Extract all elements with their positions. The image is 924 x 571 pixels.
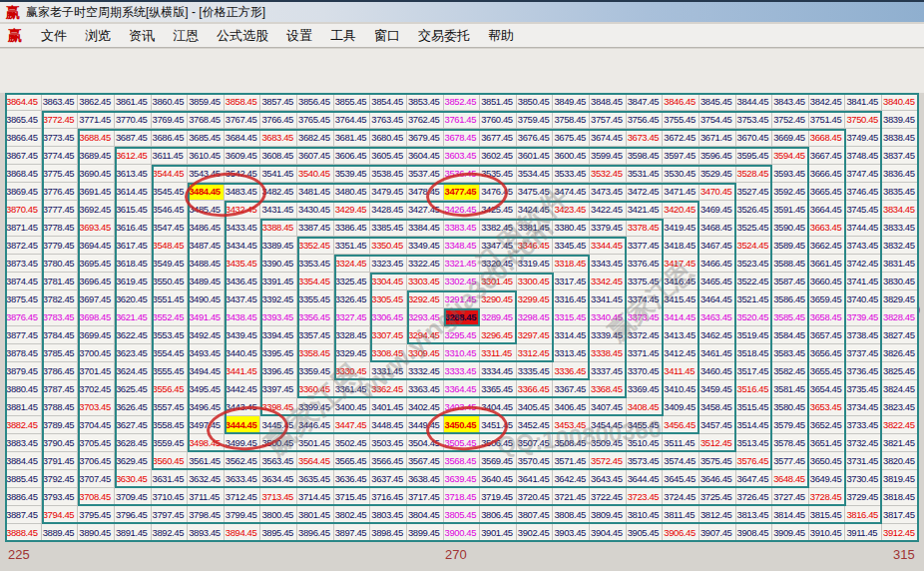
grid-cell: 3347.45 — [480, 237, 517, 255]
grid-cell: 3734.45 — [845, 398, 882, 416]
grid-cell: 3434.45 — [225, 237, 261, 255]
grid-cell: 3709.45 — [115, 488, 152, 506]
grid-cell: 3565.45 — [334, 452, 371, 470]
grid-cell: 3738.45 — [845, 326, 882, 344]
grid-cell: 3635.45 — [297, 470, 334, 488]
grid-cell: 3551.45 — [152, 290, 189, 308]
grid-cell: 3592.45 — [772, 183, 809, 201]
grid-cell: 3855.45 — [334, 93, 371, 111]
grid-cell: 3496.45 — [188, 398, 225, 416]
grid-cell: 3770.45 — [115, 111, 152, 129]
grid-cell: 3573.45 — [627, 452, 664, 470]
grid-cell: 3808.45 — [553, 506, 590, 524]
grid-cell: 3354.45 — [297, 273, 334, 290]
grid-cell: 3860.45 — [152, 93, 189, 111]
grid-cell: 3792.45 — [42, 470, 79, 488]
grid-cell: 3531.45 — [627, 165, 664, 183]
grid-cell: 3894.45 — [225, 524, 261, 542]
menu-item-3[interactable]: 江恩 — [164, 24, 208, 48]
grid-cell: 3457.45 — [699, 416, 736, 434]
grid-cell: 3559.45 — [152, 434, 189, 452]
grid-cell: 3637.45 — [370, 470, 407, 488]
grid-cell: 3653.45 — [809, 398, 846, 416]
grid-cell: 3393.45 — [260, 308, 297, 326]
grid-cell: 3532.45 — [590, 165, 627, 183]
grid-cell: 3692.45 — [78, 201, 115, 219]
grid-cell: 3302.45 — [444, 273, 481, 290]
menu-item-5[interactable]: 设置 — [277, 24, 321, 48]
grid-cell: 3765.45 — [297, 111, 334, 129]
grid-cell: 3479.45 — [370, 183, 407, 201]
grid-cell: 3630.45 — [115, 470, 152, 488]
grid-cell: 3413.45 — [663, 326, 699, 344]
grid-cell: 3642.45 — [553, 470, 590, 488]
grid-cell: 3477.45 — [444, 183, 481, 201]
grid-cell: 3552.45 — [152, 308, 189, 326]
grid-cell: 3707.45 — [78, 470, 115, 488]
grid-cell: 3882.45 — [5, 416, 42, 434]
grid-cell: 3711.45 — [188, 488, 225, 506]
grid-cell: 3384.45 — [407, 219, 444, 237]
toolbar: 135 起始价格: 步长: ▼ 阻力位 支撑位 90 江恩价格四方形次日关键位测… — [0, 49, 924, 93]
grid-cell: 3297.45 — [517, 326, 554, 344]
menu-item-4[interactable]: 公式选股 — [208, 24, 277, 48]
menu-item-7[interactable]: 窗口 — [365, 24, 409, 48]
grid-cell: 3836.45 — [882, 165, 919, 183]
grid-cell: 3342.45 — [590, 273, 627, 290]
grid-cell: 3812.45 — [699, 506, 736, 524]
grid-cell: 3418.45 — [663, 237, 699, 255]
grid-cell: 3311.45 — [480, 344, 517, 362]
grid-cell: 3337.45 — [590, 362, 627, 380]
grid-cell: 3804.45 — [407, 506, 444, 524]
grid-cell: 3622.45 — [115, 326, 152, 344]
grid-cell: 3690.45 — [78, 165, 115, 183]
grid-cell: 3474.45 — [553, 183, 590, 201]
grid-cell: 3388.45 — [260, 219, 297, 237]
grid-cell: 3593.45 — [772, 165, 809, 183]
grid-cell: 3706.45 — [78, 452, 115, 470]
grid-cell: 3897.45 — [334, 524, 371, 542]
grid-cell: 3838.45 — [882, 129, 919, 147]
grid-cell: 3436.45 — [225, 273, 261, 290]
grid-cell: 3540.45 — [297, 165, 334, 183]
grid-cell: 3725.45 — [699, 488, 736, 506]
grid-cell: 3352.45 — [297, 237, 334, 255]
grid-cell: 3694.45 — [78, 237, 115, 255]
grid-cell: 3818.45 — [882, 488, 919, 506]
grid-cell: 3415.45 — [663, 290, 699, 308]
grid-cell: 3312.45 — [517, 344, 554, 362]
grid-cell: 3731.45 — [845, 452, 882, 470]
grid-cell: 3834.45 — [882, 201, 919, 219]
grid-cell: 3823.45 — [882, 398, 919, 416]
grid-cell: 3332.45 — [407, 362, 444, 380]
menu-item-9[interactable]: 帮助 — [479, 24, 523, 48]
grid-cell: 3320.45 — [480, 255, 517, 273]
grid-cell: 3610.45 — [188, 147, 225, 165]
grid-cell: 3486.45 — [188, 219, 225, 237]
grid-cell: 3871.45 — [5, 219, 42, 237]
grid-cell: 3432.45 — [225, 201, 261, 219]
grid-cell: 3293.45 — [407, 308, 444, 326]
grid-cell: 3441.45 — [225, 362, 261, 380]
grid-cell: 3439.45 — [225, 326, 261, 344]
grid-cell: 3867.45 — [5, 147, 42, 165]
grid-cell: 3885.45 — [5, 470, 42, 488]
menu-item-8[interactable]: 交易委托 — [409, 24, 479, 48]
grid-cell: 3895.45 — [260, 524, 297, 542]
grid-cell: 3500.45 — [260, 434, 297, 452]
grid-cell: 3306.45 — [370, 308, 407, 326]
grid-cell: 3756.45 — [627, 111, 664, 129]
grid-cell: 3907.45 — [699, 524, 736, 542]
grid-cell: 3350.45 — [370, 237, 407, 255]
grid-cell: 3742.45 — [845, 255, 882, 273]
menu-item-1[interactable]: 浏览 — [76, 24, 120, 48]
grid-cell: 3786.45 — [42, 362, 79, 380]
menu-item-2[interactable]: 资讯 — [120, 24, 164, 48]
grid-cell: 3417.45 — [663, 255, 699, 273]
grid-cell: 3569.45 — [480, 452, 517, 470]
grid-cell: 3773.45 — [42, 129, 79, 147]
menu-item-6[interactable]: 工具 — [321, 24, 365, 48]
grid-cell: 3425.45 — [480, 201, 517, 219]
menu-item-0[interactable]: 文件 — [32, 24, 76, 48]
grid-cell: 3900.45 — [444, 524, 481, 542]
